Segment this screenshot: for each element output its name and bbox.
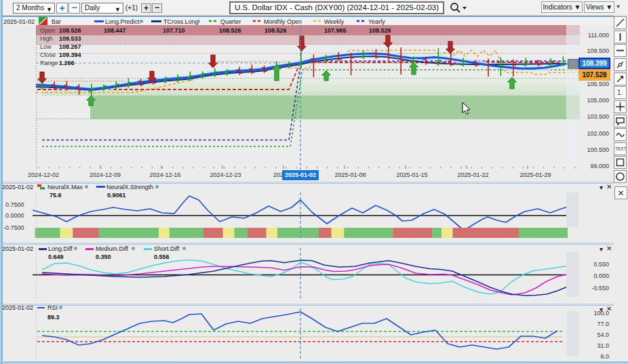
svg-text:TEXT: TEXT (615, 146, 626, 151)
svg-text:1.: 1. (617, 89, 623, 96)
